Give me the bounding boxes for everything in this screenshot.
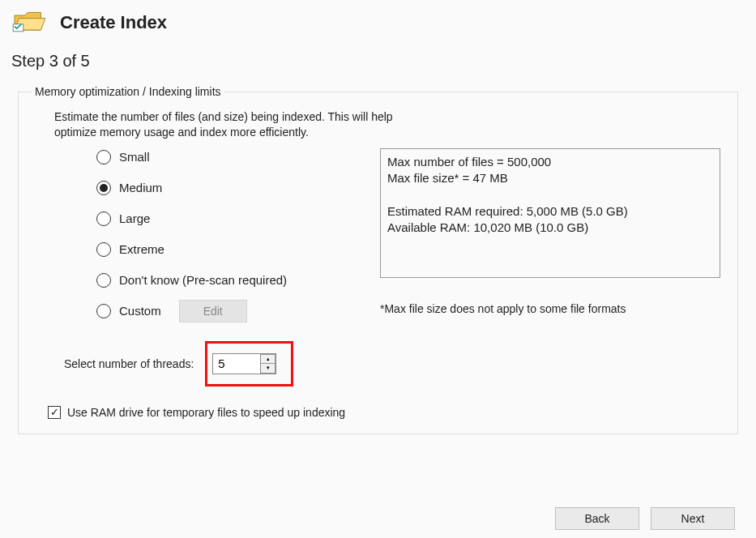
info-max-files: Max number of files = 500,000 <box>387 154 713 170</box>
threads-label: Select number of threads: <box>64 357 194 370</box>
radio-label: Small <box>119 150 150 164</box>
checkmark-icon: ✓ <box>50 407 59 417</box>
radio-icon <box>96 211 111 226</box>
info-panel: Max number of files = 500,000 Max file s… <box>380 148 720 278</box>
group-legend: Memory optimization / Indexing limits <box>32 85 224 98</box>
radio-medium[interactable]: Medium <box>96 179 364 197</box>
radio-large[interactable]: Large <box>96 210 364 228</box>
radio-extreme[interactable]: Extreme <box>96 241 364 258</box>
threads-input[interactable] <box>213 354 260 374</box>
radio-icon <box>96 150 111 164</box>
info-available-ram: Available RAM: 10,020 MB (10.0 GB) <box>387 220 713 236</box>
folder-icon <box>11 8 47 37</box>
radio-dont-know[interactable]: Don't know (Pre-scan required) <box>96 271 364 289</box>
info-estimated-ram: Estimated RAM required: 5,000 MB (5.0 GB… <box>387 203 713 220</box>
checkbox-label: Use RAM drive for temporary files to spe… <box>67 406 345 419</box>
memory-optimization-group: Memory optimization / Indexing limits Es… <box>18 85 738 434</box>
radio-custom[interactable]: Custom <box>96 304 161 318</box>
back-button[interactable]: Back <box>555 507 639 530</box>
threads-highlight: ▲ ▼ <box>205 341 293 386</box>
radio-icon <box>96 181 111 195</box>
radio-icon <box>96 273 111 288</box>
radio-icon <box>96 304 111 318</box>
size-options: Small Medium Large Extreme Don't know (P… <box>96 148 364 320</box>
radio-label: Extreme <box>119 242 164 256</box>
radio-label: Medium <box>119 181 162 194</box>
spin-down-icon[interactable]: ▼ <box>261 364 275 374</box>
threads-spinner[interactable]: ▲ ▼ <box>212 353 276 374</box>
edit-button: Edit <box>179 300 247 322</box>
page-title: Create Index <box>60 12 167 33</box>
radio-label: Large <box>119 211 150 225</box>
info-footnote: *Max file size does not apply to some fi… <box>380 302 720 315</box>
info-max-size: Max file size* = 47 MB <box>387 170 713 186</box>
radio-small[interactable]: Small <box>96 148 364 166</box>
step-label: Step 3 of 5 <box>0 37 756 70</box>
group-description: Estimate the number of files (and size) … <box>54 109 724 140</box>
checkbox-icon: ✓ <box>48 406 61 419</box>
next-button[interactable]: Next <box>651 507 735 530</box>
spin-up-icon[interactable]: ▲ <box>261 354 275 364</box>
radio-icon <box>96 242 111 257</box>
radio-label: Don't know (Pre-scan required) <box>119 273 287 287</box>
ram-drive-checkbox[interactable]: ✓ Use RAM drive for temporary files to s… <box>48 406 724 419</box>
radio-label: Custom <box>119 304 161 318</box>
